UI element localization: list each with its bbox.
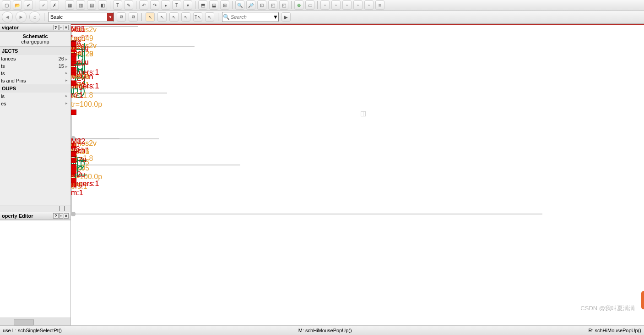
annotation-icon: ◫ <box>360 110 366 117</box>
tool-icon[interactable]: ⊞ <box>220 0 229 10</box>
tool-icon[interactable]: ▫ <box>342 0 352 10</box>
check-icon[interactable]: ✓ <box>39 0 48 10</box>
cursor-icon[interactable]: ↖ <box>146 12 155 22</box>
status-right: R: schHiMousePopUp() <box>588 328 641 333</box>
cursor-icon[interactable]: ↖ <box>169 12 179 22</box>
cell-name: chargepump <box>0 39 70 44</box>
net: net26 <box>71 72 89 81</box>
tree-item[interactable]: ts▸ <box>0 70 70 77</box>
nav-home-icon[interactable]: ⌂ <box>29 11 40 22</box>
save-icon[interactable]: ✔ <box>24 0 33 10</box>
undock-icon[interactable]: ▫ <box>59 25 63 30</box>
cursor-icon[interactable]: ↖ <box>181 12 190 22</box>
tool-icon[interactable]: ▦ <box>65 0 74 10</box>
nav-back-icon[interactable]: ◄ <box>2 11 13 22</box>
tool-icon[interactable]: ▫ <box>331 0 341 10</box>
zoom-icon[interactable]: ◰ <box>268 0 277 10</box>
tool-icon[interactable]: ⧉ <box>129 12 138 22</box>
tree-item[interactable]: tances26 ▸ <box>0 55 70 62</box>
close-icon[interactable]: × <box>64 25 69 30</box>
schematic-canvas[interactable]: n" u u ers:1 V4 v1:0 v2=1.8 tr=100.0p nm… <box>71 24 644 325</box>
property-editor-body <box>0 220 70 318</box>
zoomin-icon[interactable]: 🔍 <box>235 0 244 10</box>
help-icon[interactable]: ? <box>53 25 59 30</box>
zoomfit-icon[interactable]: ⊡ <box>257 0 266 10</box>
status-mid: M: schHiMousePopUp() <box>298 328 352 333</box>
ruler[interactable] <box>0 205 70 212</box>
tool-icon[interactable]: ▫ <box>364 0 373 10</box>
navigator-info: Schematic chargepump <box>0 32 70 47</box>
hscrollbar[interactable] <box>0 318 70 325</box>
close-icon[interactable]: × <box>64 213 69 219</box>
undock-icon[interactable]: ▫ <box>59 213 63 219</box>
search-box[interactable]: 🔍 ▼ <box>222 12 279 22</box>
nav-fwd-icon[interactable]: ► <box>16 11 27 22</box>
pencil-icon[interactable]: ✎ <box>124 0 133 10</box>
tool-icon[interactable]: ▸ <box>161 0 170 10</box>
tool-icon[interactable]: ⧉ <box>117 12 126 22</box>
side-handle[interactable] <box>641 291 644 309</box>
tree-item[interactable]: ts15 ▸ <box>0 62 70 70</box>
text-cursor-icon[interactable]: T↖ <box>193 12 202 22</box>
tool-icon[interactable]: ◧ <box>98 0 107 10</box>
watermark: CSDN @我叫夏满满 <box>580 304 635 313</box>
tree-item[interactable]: es▸ <box>0 100 70 107</box>
text-icon[interactable]: T <box>113 0 122 10</box>
status-left: use L: schSingleSelectPt() <box>3 328 62 333</box>
tool-icon[interactable]: ▾ <box>183 0 192 10</box>
param: fingers:1 <box>71 179 99 188</box>
tool-icon[interactable]: ⬒ <box>198 0 207 10</box>
tree-item[interactable]: ls▸ <box>0 93 70 100</box>
side-panel: vigator ? ▫ × Schematic chargepump JECTS… <box>0 24 71 325</box>
tool-icon[interactable]: ▥ <box>76 0 85 10</box>
navigator-title: vigator <box>2 25 19 30</box>
new-icon[interactable]: ▢ <box>2 0 11 10</box>
cursor-icon[interactable]: ↖ <box>157 12 167 22</box>
zoom-icon[interactable]: ◱ <box>279 0 288 10</box>
property-editor-header: operty Editor ? ▫ × <box>0 212 70 220</box>
navigator-header: vigator ? ▫ × <box>0 24 70 32</box>
tool-icon[interactable]: ▫ <box>353 0 363 10</box>
library-selector[interactable]: ▼ <box>48 12 114 22</box>
tool-icon[interactable]: ▭ <box>305 0 314 10</box>
tree-item[interactable]: ts and Pins▸ <box>0 77 70 84</box>
param: w:2u <box>71 155 87 164</box>
param: l=2u <box>71 59 85 67</box>
tool-icon[interactable]: ▤ <box>87 0 96 10</box>
add-icon[interactable]: ⊕ <box>294 0 303 10</box>
param: m:1 <box>71 91 83 99</box>
param: l=2u <box>71 170 85 179</box>
net-vdd: vdd <box>71 25 83 33</box>
tool-icon[interactable]: ▫ <box>320 0 330 10</box>
navigator-tree: JECTS tances26 ▸ ts15 ▸ ts▸ ts and Pins▸… <box>0 47 70 107</box>
undo-icon[interactable]: ↶ <box>139 0 148 10</box>
text-tool-icon[interactable]: T <box>172 0 181 10</box>
objects-category: JECTS <box>0 47 70 55</box>
zoomout-icon[interactable]: 🔎 <box>246 0 255 10</box>
toolbar-primary: ▢ 📂 ✔ ✓ ✗ ▦ ▥ ▤ ◧ T ✎ ↶ ↷ ▸ T ▾ ⬒ ⬓ ⊞ 🔍 … <box>0 0 644 11</box>
instance-name: M12 <box>71 137 85 146</box>
cursor-icon[interactable]: ↖ <box>205 12 214 22</box>
tool-icon[interactable]: ⬓ <box>209 0 218 10</box>
param: "nch" <box>71 146 88 155</box>
param: m:1 <box>71 188 83 197</box>
search-go-icon[interactable]: ▶ <box>281 12 291 22</box>
toolbar-secondary: ◄ ► ⌂ ▼ ⧉ ⧉ ↖ ↖ ↖ ↖ T↖ ↖ 🔍 ▼ ▶ <box>0 11 644 24</box>
property-editor-title: operty Editor <box>2 213 33 219</box>
open-icon[interactable]: 📂 <box>13 0 22 10</box>
search-input[interactable] <box>230 12 273 22</box>
status-bar: use L: schSingleSelectPt() M: schHiMouse… <box>0 325 644 335</box>
chevron-down-icon[interactable]: ▼ <box>107 13 114 21</box>
list-icon[interactable]: ≡ <box>375 0 384 10</box>
library-input[interactable] <box>49 13 107 21</box>
help-icon[interactable]: ? <box>53 213 59 219</box>
chevron-down-icon[interactable]: ▼ <box>273 14 278 20</box>
schematic-label: Schematic <box>0 33 70 39</box>
cross-icon[interactable]: ✗ <box>50 0 59 10</box>
redo-icon[interactable]: ↷ <box>150 0 159 10</box>
groups-category: OUPS <box>0 84 70 93</box>
param: tr=100.0p <box>71 100 102 109</box>
search-icon: 🔍 <box>222 14 230 20</box>
